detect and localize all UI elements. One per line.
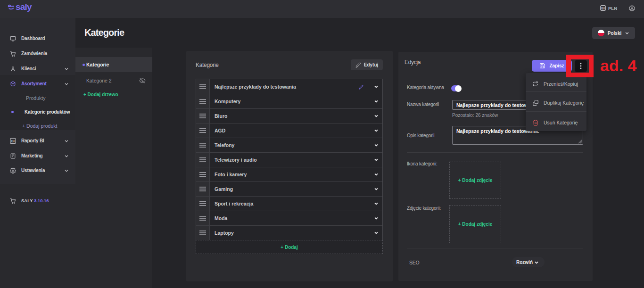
- svg-text:Bi: Bi: [11, 139, 15, 143]
- svg-text:Bi: Bi: [601, 6, 605, 10]
